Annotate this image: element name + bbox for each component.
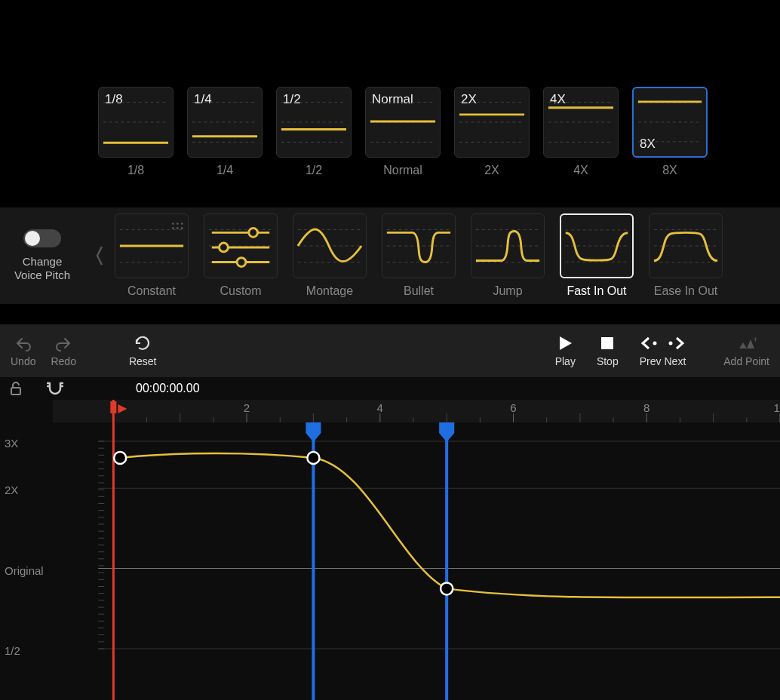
play-button[interactable]: Play (555, 334, 576, 367)
preset-caption: Bullet (404, 284, 434, 298)
preset-jump[interactable]: Jump (471, 213, 545, 298)
speed-preset-1/2[interactable]: 1/2 1/2 (276, 87, 352, 177)
preset-constant[interactable]: Constant (115, 213, 189, 298)
reset-button[interactable]: Reset (129, 334, 157, 367)
undo-label: Undo (11, 355, 35, 367)
preset-thumb[interactable] (115, 213, 189, 278)
svg-text:2: 2 (244, 401, 250, 414)
svg-point-45 (237, 258, 246, 267)
svg-point-43 (220, 243, 229, 252)
svg-point-31 (172, 227, 174, 229)
speed-thumb[interactable]: 8X (632, 87, 708, 158)
speed-preset-1/4[interactable]: 1/4 1/4 (187, 87, 263, 177)
speed-caption: Normal (383, 164, 422, 177)
stop-label: Stop (597, 355, 619, 367)
preset-thumb[interactable] (382, 213, 456, 278)
toggle-switch[interactable] (23, 229, 61, 247)
preset-caption: Constant (127, 284, 176, 298)
speed-caption: 2X (484, 164, 499, 177)
speed-preset-4x[interactable]: 4X 4X (543, 87, 619, 177)
preset-thumb[interactable] (471, 213, 545, 278)
y-axis-label: 1/2 (5, 644, 20, 657)
svg-text:+: + (753, 335, 757, 345)
preset-ease-in-out[interactable]: Ease In Out (649, 213, 723, 298)
svg-text:4: 4 (377, 401, 383, 414)
preset-thumb[interactable] (560, 213, 634, 278)
svg-point-30 (181, 223, 183, 225)
speed-graph: 00:00:00.00 3X2XOriginal1/2 246810 (0, 377, 780, 700)
svg-rect-66 (53, 400, 780, 422)
speed-thumb[interactable]: 1/4 (187, 87, 263, 158)
svg-text:8: 8 (643, 401, 649, 414)
reset-icon (133, 334, 152, 352)
redo-button[interactable]: Redo (51, 334, 75, 367)
reset-label: Reset (129, 355, 157, 367)
speed-caption: 1/4 (216, 164, 233, 177)
prev-icon (640, 334, 661, 352)
svg-rect-65 (11, 388, 20, 395)
svg-point-28 (172, 223, 174, 225)
y-axis-label: 3X (5, 437, 18, 450)
undo-button[interactable]: Undo (11, 334, 35, 367)
y-axis-label: Original (5, 563, 44, 576)
change-voice-pitch-toggle[interactable]: Change Voice Pitch (0, 229, 84, 282)
preset-thumb[interactable] (204, 213, 278, 278)
undo-icon (14, 334, 32, 352)
preset-caption: Montage (306, 284, 353, 298)
curve-presets-strip: Constant Custom Montage Bullet Jump Fast… (115, 213, 723, 298)
speed-thumb[interactable]: 4X (543, 87, 619, 158)
preset-custom[interactable]: Custom (204, 213, 278, 298)
speed-graph-plot[interactable]: 246810 (53, 400, 780, 700)
redo-label: Redo (51, 355, 75, 367)
graph-topbar: 00:00:00.00 (0, 377, 780, 400)
preset-bullet[interactable]: Bullet (382, 213, 456, 298)
preset-caption: Custom (220, 284, 261, 298)
speed-thumb[interactable]: 1/8 (98, 87, 174, 158)
svg-point-33 (181, 227, 183, 229)
graph-toolbar: Undo Redo Reset Play Stop Prev (0, 324, 780, 377)
preset-fast-in-out[interactable]: Fast In Out (560, 213, 634, 298)
next-icon (665, 334, 686, 352)
redo-icon (54, 334, 72, 352)
add-point-button[interactable]: + Add Point (723, 334, 769, 367)
svg-text:6: 6 (510, 401, 516, 414)
speed-preset-2x[interactable]: 2X 2X (454, 87, 530, 177)
next-button[interactable]: Next (664, 334, 686, 367)
speed-caption: 8X (662, 164, 677, 177)
speed-thumb[interactable]: Normal (365, 87, 441, 158)
speed-preset-1/8[interactable]: 1/8 1/8 (98, 87, 174, 177)
y-axis-labels: 3X2XOriginal1/2 (0, 401, 53, 700)
stop-button[interactable]: Stop (597, 334, 619, 367)
svg-point-134 (441, 582, 453, 594)
speed-thumb[interactable]: 1/2 (276, 87, 352, 158)
svg-point-62 (653, 342, 657, 345)
preset-caption: Fast In Out (567, 284, 626, 298)
y-axis-label: 2X (5, 484, 18, 496)
speed-caption: 1/2 (306, 164, 322, 177)
prev-label: Prev (640, 355, 662, 367)
svg-point-32 (177, 227, 179, 229)
preset-thumb[interactable] (293, 213, 367, 278)
svg-rect-61 (601, 337, 613, 349)
speed-preset-8x[interactable]: 8X 8X (632, 87, 708, 177)
preset-caption: Ease In Out (654, 284, 718, 298)
preset-montage[interactable]: Montage (293, 213, 367, 298)
svg-point-63 (668, 342, 672, 345)
timecode-readout: 00:00:00.00 (136, 382, 200, 395)
stop-icon (600, 334, 615, 352)
svg-point-133 (307, 452, 319, 464)
svg-text:10: 10 (774, 401, 780, 414)
presets-scroll-left[interactable] (84, 226, 115, 286)
play-icon (557, 334, 573, 352)
lock-icon[interactable] (5, 381, 27, 396)
speed-caption: 1/8 (127, 164, 144, 177)
add-point-label: Add Point (723, 355, 769, 367)
speed-thumb[interactable]: 2X (454, 87, 530, 158)
prev-button[interactable]: Prev (640, 334, 662, 367)
preset-thumb[interactable] (649, 213, 723, 278)
snap-icon[interactable] (44, 381, 66, 396)
toggle-knob (25, 231, 40, 246)
next-label: Next (664, 355, 686, 367)
speed-preset-normal[interactable]: Normal Normal (365, 87, 441, 177)
svg-point-132 (114, 452, 126, 464)
